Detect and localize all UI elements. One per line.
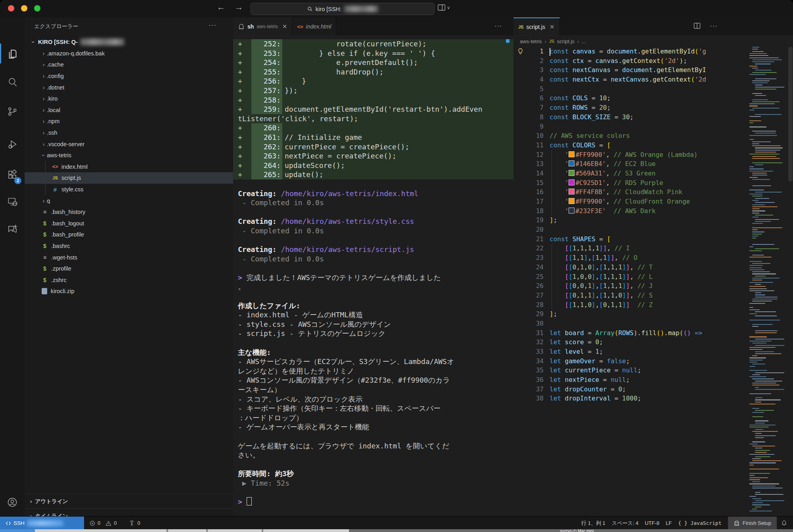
tab-sh-aws-tetris[interactable]: sh aws-tetris ✕ — [233, 17, 292, 36]
terminal-line — [233, 263, 513, 273]
remote-host-redacted — [27, 520, 63, 526]
tree-item--wget-hsts[interactable]: ≡.wget-hsts — [25, 252, 233, 263]
chevron-icon: › — [40, 118, 47, 124]
diff-added-line: +254: e.preventDefault(); — [233, 58, 513, 67]
tree-item-kirocli-zip[interactable]: kirocli.zip — [25, 286, 233, 297]
tree-item-label: q — [47, 198, 50, 204]
editor-more-actions-icon[interactable]: ··· — [710, 22, 718, 30]
tree-item--local[interactable]: ›.local — [25, 105, 233, 116]
tree-item-kiro-ssh-q-[interactable]: ›KIRO [SSH: Q- — [25, 36, 233, 48]
language-mode[interactable]: { } JavaScript — [678, 520, 722, 526]
tree-item-label: .local — [47, 107, 60, 113]
terminal-line: - キーボード操作（矢印キー：左右移動・回転、スペースバー — [233, 404, 513, 413]
tree-item-label: .config — [47, 73, 64, 79]
tree-item--cache[interactable]: ›.cache — [25, 59, 233, 71]
lightbulb-icon[interactable] — [517, 48, 524, 57]
center-more-actions-icon[interactable]: ··· — [494, 22, 502, 30]
encoding-setting[interactable]: UTF-8 — [645, 520, 659, 526]
minimap[interactable] — [749, 47, 784, 512]
tab-index-html[interactable]: <> index.html — [292, 17, 336, 36]
diff-added-line: +257:}); — [233, 86, 513, 95]
tree-item-aws-tetris[interactable]: ›aws-tetris — [25, 150, 233, 161]
tree-item-label: KIRO [SSH: Q- — [38, 39, 78, 45]
outline-section[interactable]: ›アウトライン — [25, 494, 233, 509]
background-accent — [0, 529, 35, 532]
forward-icon[interactable]: → — [235, 2, 243, 12]
chat-icon[interactable] — [0, 218, 25, 240]
back-icon[interactable]: ← — [217, 2, 225, 12]
html-file-icon: <> — [297, 24, 303, 30]
list-file-icon: ≡ — [40, 209, 49, 215]
ports-count: 0 — [137, 520, 140, 526]
editor-tab-bar: JS script.js ✕ ··· — [513, 17, 793, 36]
terminal-line — [233, 292, 513, 301]
tree-item--kiro[interactable]: ›.kiro — [25, 93, 233, 105]
tree-item--amazon-q-dotfiles-bak[interactable]: ›.amazon-q.dotfiles.bak — [25, 48, 233, 59]
file-tree: ›KIRO [SSH: Q-›.amazon-q.dotfiles.bak›.c… — [25, 36, 233, 297]
tree-item--dotnet[interactable]: ›.dotnet — [25, 82, 233, 93]
remote-explorer-icon[interactable] — [0, 191, 25, 213]
indentation-setting[interactable]: スペース: 4 — [612, 520, 638, 527]
chevron-icon: › — [40, 50, 47, 57]
tree-item--npm[interactable]: ›.npm — [25, 116, 233, 127]
eol-setting[interactable]: LF — [666, 520, 672, 526]
tree-item-label: .ssh — [47, 130, 57, 136]
notifications-bell-icon[interactable] — [781, 520, 787, 526]
search-view-icon[interactable] — [0, 71, 25, 93]
finish-setup-button[interactable]: Finish Setup — [728, 517, 777, 530]
tree-item--bash-logout[interactable]: $.bash_logout — [25, 218, 233, 229]
breadcrumb[interactable]: aws-tetris › JS script.js › ... — [513, 36, 793, 47]
extensions-icon[interactable]: 2 — [0, 164, 25, 186]
breadcrumb-symbol[interactable]: ... — [582, 38, 586, 44]
editor-scrollbar[interactable] — [788, 47, 793, 181]
close-tab-icon[interactable]: ✕ — [550, 23, 555, 31]
close-window-button[interactable] — [8, 5, 14, 11]
breadcrumb-file[interactable]: script.js — [557, 38, 575, 44]
terminal-line: さい。 — [233, 450, 513, 460]
tree-item--bash-profile[interactable]: $.bash_profile — [25, 229, 233, 240]
ports-indicator[interactable]: 0 — [128, 520, 140, 526]
tree-item-label: .wget-hsts — [51, 254, 77, 261]
remote-icon — [6, 521, 11, 526]
run-debug-icon[interactable] — [0, 133, 25, 155]
tree-item-style-css[interactable]: #style.css — [25, 184, 233, 195]
tree-item--config[interactable]: ›.config — [25, 71, 233, 82]
sh-file-icon: $ — [40, 243, 49, 249]
explorer-header: エクスプローラー ··· — [25, 17, 233, 36]
tree-item--vscode-server[interactable]: ›.vscode-server — [25, 138, 233, 150]
terminal-line: 。 — [233, 282, 513, 292]
zoom-window-button[interactable] — [34, 5, 40, 11]
explorer-icon[interactable] — [0, 43, 25, 65]
terminal-line: ：ハードドロップ） — [233, 413, 513, 423]
command-center-search[interactable]: kiro [SSH: — [251, 3, 435, 15]
sh-file-icon: $ — [40, 220, 49, 227]
problems-indicator[interactable]: 0 0 — [89, 520, 117, 526]
source-control-icon[interactable] — [0, 100, 25, 122]
close-tab-icon[interactable]: ✕ — [282, 23, 287, 30]
tree-item--bashrc[interactable]: $.bashrc — [25, 240, 233, 252]
tab-script-js[interactable]: JS script.js ✕ — [513, 17, 560, 36]
terminal-output[interactable]: +252: rotate(currentPiece);+253: } else … — [233, 36, 513, 516]
tree-item--zshrc[interactable]: $.zshrc — [25, 274, 233, 286]
tree-item--zprofile[interactable]: $.zprofile — [25, 263, 233, 275]
tree-item-index-html[interactable]: <>index.html — [25, 161, 233, 173]
tree-item--bash-history[interactable]: ≡.bash_history — [25, 206, 233, 218]
diff-added-line: +252: rotate(currentPiece); — [233, 39, 513, 49]
split-editor-icon[interactable] — [693, 22, 701, 31]
remote-indicator[interactable]: SSH — [0, 517, 84, 530]
errors-icon — [89, 520, 96, 526]
layout-toggle-icon[interactable]: ∨ — [437, 4, 450, 11]
diff-added-line: +264:updateScore(); — [233, 161, 513, 170]
redacted-text — [80, 38, 125, 46]
tree-item--ssh[interactable]: ›.ssh — [25, 127, 233, 139]
js-file-icon: JS — [549, 39, 554, 44]
tree-item-script-js[interactable]: JSscript.js — [25, 172, 233, 184]
explorer-more-actions-icon[interactable]: ··· — [209, 21, 216, 29]
tree-item-q[interactable]: ›q — [25, 195, 233, 206]
minimize-window-button[interactable] — [21, 5, 27, 11]
chevron-icon: › — [30, 39, 36, 45]
remote-label: SSH — [13, 520, 25, 526]
cursor-position[interactable]: 行 1、列 1 — [581, 520, 605, 527]
chevron-icon: › — [40, 130, 47, 136]
breadcrumb-folder[interactable]: aws-tetris — [520, 38, 542, 44]
